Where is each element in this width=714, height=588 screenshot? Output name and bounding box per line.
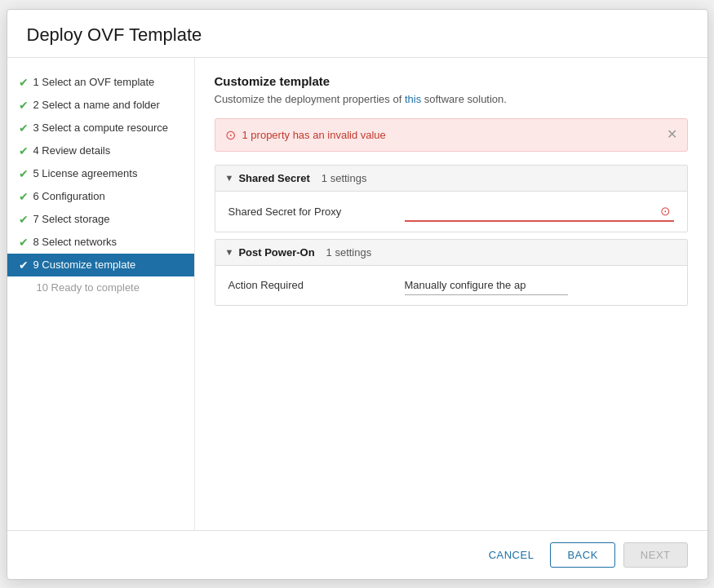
alert-banner: ⊙ 1 property has an invalid value ✕ — [215, 118, 688, 152]
field-warning-icon: ⊙ — [660, 204, 671, 219]
section-subtitle: Customize the deployment properties of t… — [215, 93, 688, 105]
sidebar-item-label: 6 Configuration — [33, 190, 105, 202]
alert-close-button[interactable]: ✕ — [667, 128, 677, 141]
check-icon: ✔ — [19, 259, 29, 272]
check-icon: ✔ — [19, 122, 29, 135]
action-required-value: Manually configure the ap — [405, 276, 568, 295]
subtitle-text-1: Customize the deployment properties of — [215, 93, 402, 105]
chevron-down-icon-2: ▼ — [225, 247, 234, 257]
next-button: NEXT — [623, 542, 688, 568]
deploy-ovf-dialog: Deploy OVF Template ✔1 Select an OVF tem… — [7, 9, 708, 580]
accordion-post-power-on: ▼ Post Power-On 1 settings Action Requir… — [215, 239, 688, 306]
alert-text: 1 property has an invalid value — [242, 129, 660, 141]
sidebar-item-step5[interactable]: ✔5 License agreements — [7, 162, 194, 185]
row-label-shared-secret-proxy: Shared Secret for Proxy — [228, 206, 392, 218]
dialog-body: ✔1 Select an OVF template✔2 Select a nam… — [7, 58, 707, 530]
sidebar-item-step3[interactable]: ✔3 Select a compute resource — [7, 117, 194, 139]
sidebar-item-step10: 10 Ready to complete — [7, 276, 194, 298]
sidebar-item-step9[interactable]: ✔9 Customize template — [7, 254, 194, 276]
section-title: Customize template — [215, 74, 688, 88]
row-value-action-required: Manually configure the ap — [405, 276, 674, 295]
sidebar-item-step4[interactable]: ✔4 Review details — [7, 139, 194, 162]
sidebar-item-step7[interactable]: ✔7 Select storage — [7, 208, 194, 231]
subtitle-highlight: this — [405, 93, 421, 105]
subtitle-text-2: software solution. — [424, 93, 507, 105]
accordion-label-shared-secret: Shared Secret — [238, 172, 309, 184]
sidebar-item-label: 5 License agreements — [33, 167, 138, 179]
shared-secret-proxy-input[interactable] — [405, 201, 674, 222]
accordion-count-shared-secret: 1 settings — [322, 172, 367, 184]
back-button[interactable]: BACK — [550, 542, 614, 568]
check-icon: ✔ — [19, 190, 29, 203]
sidebar-item-step1[interactable]: ✔1 Select an OVF template — [7, 71, 194, 94]
cancel-button[interactable]: CANCEL — [481, 543, 543, 567]
chevron-down-icon: ▼ — [225, 173, 234, 183]
resize-handle[interactable]: ⟋ — [704, 578, 712, 586]
accordion-header-shared-secret[interactable]: ▼ Shared Secret 1 settings — [215, 166, 687, 192]
sidebar: ✔1 Select an OVF template✔2 Select a nam… — [7, 58, 195, 530]
accordion-header-post-power-on[interactable]: ▼ Post Power-On 1 settings — [215, 240, 687, 266]
accordion-shared-secret: ▼ Shared Secret 1 settings Shared Secret… — [215, 165, 688, 232]
sidebar-item-label: 8 Select networks — [33, 236, 118, 248]
sidebar-item-step8[interactable]: ✔8 Select networks — [7, 231, 194, 254]
sidebar-item-label: 1 Select an OVF template — [33, 76, 155, 88]
sidebar-item-step2[interactable]: ✔2 Select a name and folder — [7, 94, 194, 117]
row-label-action-required: Action Required — [228, 279, 392, 291]
alert-icon: ⊙ — [225, 127, 236, 143]
check-icon: ✔ — [19, 99, 29, 112]
sidebar-item-label: 4 Review details — [33, 144, 111, 157]
check-icon: ✔ — [19, 236, 29, 249]
accordion-label-post-power-on: Post Power-On — [238, 246, 314, 259]
sidebar-item-step6[interactable]: ✔6 Configuration — [7, 185, 194, 208]
sidebar-item-label: 2 Select a name and folder — [33, 99, 160, 111]
check-icon: ✔ — [19, 213, 29, 226]
sidebar-item-label: 10 Ready to complete — [37, 281, 140, 294]
sidebar-item-label: 3 Select a compute resource — [33, 122, 168, 134]
main-content: Customize template Customize the deploym… — [195, 58, 707, 530]
dialog-title: Deploy OVF Template — [7, 10, 707, 58]
accordion-row-action-required: Action Required Manually configure the a… — [215, 266, 687, 305]
sidebar-item-label: 9 Customize template — [33, 259, 136, 271]
check-icon: ✔ — [19, 144, 29, 157]
accordion-count-post-power-on: 1 settings — [326, 246, 372, 259]
sidebar-item-label: 7 Select storage — [33, 213, 110, 225]
check-icon: ✔ — [19, 76, 29, 89]
dialog-footer: CANCEL BACK NEXT — [7, 530, 707, 579]
row-value-shared-secret-proxy: ⊙ — [405, 201, 674, 222]
accordion-row-shared-secret-proxy: Shared Secret for Proxy ⊙ — [215, 192, 687, 232]
check-icon: ✔ — [19, 167, 29, 180]
